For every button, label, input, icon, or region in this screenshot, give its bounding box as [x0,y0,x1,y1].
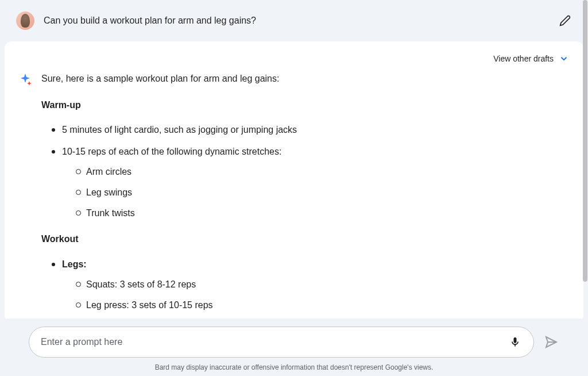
send-icon[interactable] [543,334,559,350]
list-item: Trunk twists [76,206,570,221]
workout-heading: Workout [41,232,570,247]
view-drafts-button[interactable]: View other drafts [493,54,554,63]
user-prompt-text: Can you build a workout plan for arm and… [44,16,549,26]
list-item-text: 10-15 reps of each of the following dyna… [62,147,281,156]
list-item: Arm circles [76,164,570,179]
disclaimer-text: Bard may display inaccurate or offensive… [29,363,559,371]
input-area: Bard may display inaccurate or offensive… [0,320,588,376]
response-card: View other drafts Sure, here is a sample… [5,41,583,319]
user-message-row: Can you build a workout plan for arm and… [5,5,583,37]
list-item: Squats: 3 sets of 8-12 reps [76,277,570,292]
drafts-row: View other drafts [18,53,570,64]
scrollbar-track[interactable] [582,0,588,376]
list-item: 10-15 reps of each of the following dyna… [52,144,570,220]
chevron-down-icon[interactable] [558,53,570,64]
warmup-list: 5 minutes of light cardio, such as joggi… [41,122,570,220]
workout-list: Legs: Squats: 3 sets of 8-12 reps Leg pr… [41,257,570,319]
list-item: Legs: Squats: 3 sets of 8-12 reps Leg pr… [52,257,570,319]
input-row [29,327,559,358]
response-body: Sure, here is a sample workout plan for … [18,71,570,319]
chat-container: Can you build a workout plan for arm and… [0,0,588,319]
response-intro: Sure, here is a sample workout plan for … [41,71,570,86]
legs-label: Legs: [62,259,87,269]
list-item: 5 minutes of light cardio, such as joggi… [52,122,570,137]
list-item: Leg press: 3 sets of 10-15 reps [76,298,570,313]
response-content: Sure, here is a sample workout plan for … [41,71,570,319]
stretch-list: Arm circles Leg swings Trunk twists [62,164,570,220]
legs-exercise-list: Squats: 3 sets of 8-12 reps Leg press: 3… [62,277,570,319]
warmup-heading: Warm-up [41,98,570,113]
user-avatar[interactable] [16,11,34,30]
scrollbar-thumb[interactable] [583,0,587,282]
microphone-icon[interactable] [508,335,522,349]
prompt-input[interactable] [41,337,501,347]
edit-icon[interactable] [558,14,572,28]
bard-sparkle-icon [18,72,32,86]
list-item: Leg swings [76,185,570,200]
prompt-input-container[interactable] [29,327,534,358]
